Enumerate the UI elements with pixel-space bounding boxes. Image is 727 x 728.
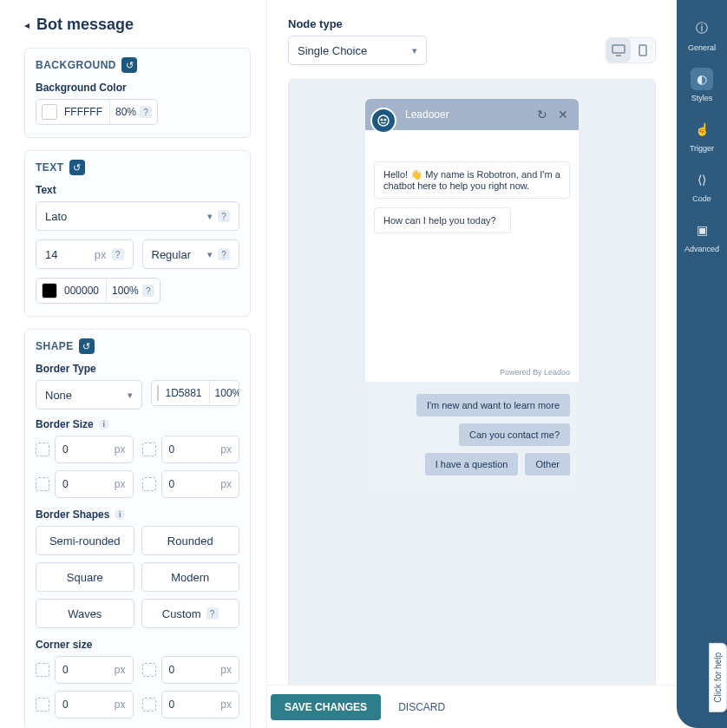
border-type-value: None	[45, 389, 72, 402]
text-color-hex: 000000	[62, 279, 107, 303]
corner-br-icon	[142, 477, 156, 491]
bg-color-alpha: 80%	[115, 106, 136, 118]
corner-size-br[interactable]: 0px	[161, 691, 240, 718]
layers-icon: ▣	[691, 219, 713, 241]
help-tab[interactable]: Click for help	[709, 643, 727, 712]
text-section: TEXT ↺ Text Lato ▾ ? 14 px ? Regular ▾ ?	[24, 150, 251, 317]
corner-tl-icon	[36, 663, 49, 677]
chat-brand: Leadooer	[405, 108, 449, 121]
svg-point-4	[381, 119, 383, 121]
help-icon[interactable]: ?	[218, 210, 230, 222]
close-icon[interactable]: ✕	[558, 108, 568, 121]
border-color-hex: 1D5881	[164, 381, 210, 405]
chat-bubble: Hello! 👋 My name is Robotron, and I'm a …	[374, 161, 570, 199]
shape-modern-button[interactable]: Modern	[141, 562, 240, 592]
refresh-icon[interactable]: ↻	[537, 108, 547, 121]
border-size-br[interactable]: 0px	[161, 470, 240, 498]
svg-rect-2	[639, 45, 646, 56]
svg-rect-0	[612, 45, 625, 53]
shape-rounded-button[interactable]: Rounded	[141, 526, 240, 555]
border-size-bl[interactable]: 0px	[55, 470, 134, 498]
chat-option[interactable]: I'm new and want to learn more	[416, 394, 570, 416]
font-size-value: 14	[45, 248, 57, 261]
chevron-down-icon: ▾	[207, 211, 213, 222]
border-type-label: Border Type	[36, 363, 239, 375]
chat-body: Hello! 👋 My name is Robotron, and I'm a …	[365, 130, 579, 382]
help-icon[interactable]: ?	[218, 248, 230, 260]
reset-icon[interactable]: ↺	[79, 338, 95, 354]
border-size-tr[interactable]: 0px	[161, 436, 240, 463]
chat-bubble: How can I help you today?	[374, 207, 511, 233]
save-button[interactable]: SAVE CHANGES	[271, 694, 381, 720]
info-icon[interactable]: i	[115, 509, 125, 520]
rail-code[interactable]: ⟨⟩ Code	[691, 168, 713, 203]
bg-color-hex: FFFFFF	[62, 100, 110, 124]
page-title: Bot message	[36, 16, 134, 34]
chat-option[interactable]: Can you contact me?	[459, 423, 570, 446]
corner-size-tl[interactable]: 0px	[55, 656, 134, 684]
desktop-button[interactable]	[606, 38, 631, 62]
reset-icon[interactable]: ↺	[69, 160, 85, 175]
rail-advanced[interactable]: ▣ Advanced	[684, 219, 719, 253]
bg-color-swatch	[42, 104, 57, 120]
chevron-down-icon: ▾	[207, 249, 213, 260]
svg-point-3	[378, 115, 389, 126]
corner-size-label: Corner size	[36, 639, 239, 651]
help-icon[interactable]: ?	[142, 285, 154, 297]
rail-trigger[interactable]: ☝ Trigger	[690, 118, 714, 153]
svg-point-5	[384, 119, 386, 121]
bg-color-label: Background Color	[36, 82, 239, 94]
font-value: Lato	[45, 210, 67, 223]
chevron-down-icon: ▾	[128, 390, 133, 401]
help-icon: ?	[206, 607, 219, 620]
help-icon[interactable]: ?	[140, 106, 152, 118]
info-icon: ⓘ	[691, 17, 713, 40]
font-select[interactable]: Lato ▾ ?	[36, 201, 239, 231]
mobile-icon	[639, 44, 647, 56]
node-type-select[interactable]: Single Choice ▾	[288, 36, 427, 65]
chevron-down-icon: ▾	[412, 45, 417, 56]
corner-tr-icon	[142, 663, 156, 677]
node-type-value: Single Choice	[298, 44, 367, 57]
rail-styles[interactable]: ◐ Styles	[691, 68, 713, 102]
chat-header: Leadooer ↻ ✕	[365, 99, 579, 130]
chat-options: I'm new and want to learn more Can you c…	[365, 382, 579, 493]
rail-general[interactable]: ⓘ General	[688, 17, 716, 52]
help-icon[interactable]: ?	[112, 248, 124, 260]
shape-custom-button[interactable]: Custom?	[141, 599, 240, 628]
device-toggle	[606, 37, 656, 63]
discard-button[interactable]: DISCARD	[398, 701, 445, 713]
font-weight-select[interactable]: Regular ▾ ?	[142, 239, 240, 269]
footer: SAVE CHANGES DISCARD	[267, 685, 677, 728]
preview-area: Leadooer ↻ ✕ Hello! 👋 My name is Robotro…	[288, 79, 656, 728]
bg-color-picker[interactable]: FFFFFF 80%?	[36, 99, 158, 125]
border-type-select[interactable]: None ▾	[36, 380, 142, 410]
chat-option[interactable]: I have a question	[425, 453, 519, 475]
palette-icon: ◐	[691, 68, 713, 90]
code-icon: ⟨⟩	[691, 168, 713, 191]
text-color-alpha: 100%	[112, 285, 139, 297]
border-size-label: Border Size	[36, 418, 94, 430]
powered-by: Powered By Leadoo	[500, 368, 570, 377]
bot-avatar	[370, 108, 396, 134]
font-size-input[interactable]: 14 px ?	[36, 239, 134, 269]
text-label: Text	[36, 184, 239, 196]
shape-square-button[interactable]: Square	[36, 562, 134, 592]
mobile-button[interactable]	[631, 38, 655, 62]
right-rail: ⓘ General ◐ Styles ☝ Trigger ⟨⟩ Code ▣ A…	[677, 0, 727, 728]
corner-size-tr[interactable]: 0px	[161, 656, 240, 684]
shape-title: SHAPE	[36, 340, 74, 352]
back-caret-icon[interactable]: ◂	[24, 19, 29, 31]
info-icon[interactable]: i	[99, 419, 109, 430]
shape-waves-button[interactable]: Waves	[36, 599, 134, 628]
reset-icon[interactable]: ↺	[121, 57, 137, 73]
shape-semi-rounded-button[interactable]: Semi-rounded	[36, 526, 134, 555]
corner-bl-icon	[36, 477, 49, 491]
border-size-tl[interactable]: 0px	[55, 436, 134, 463]
text-color-picker[interactable]: 000000 100%?	[36, 278, 160, 304]
border-color-picker[interactable]: 1D5881 100%↺	[151, 380, 240, 406]
desktop-icon	[612, 44, 625, 56]
corner-size-bl[interactable]: 0px	[55, 691, 134, 718]
chat-option[interactable]: Other	[525, 453, 570, 475]
corner-bl-icon	[36, 698, 49, 712]
